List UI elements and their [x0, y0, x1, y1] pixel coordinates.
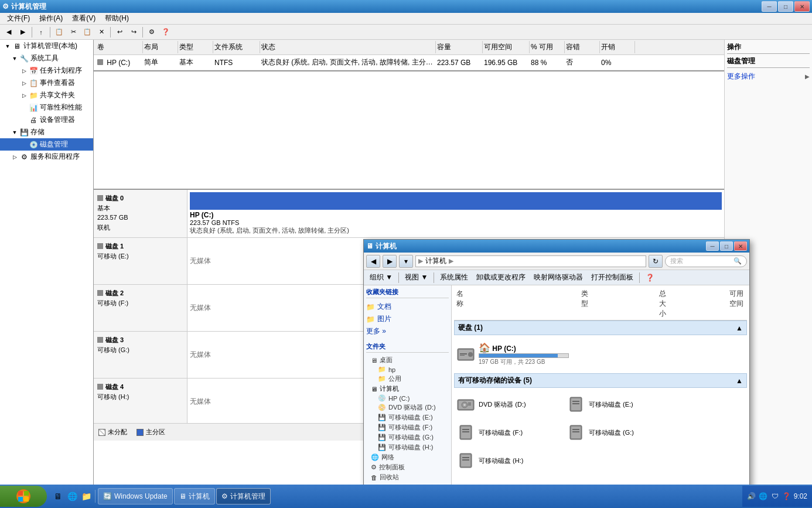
tb-redo[interactable]: ↪ [127, 26, 140, 38]
exp-folder-f[interactable]: 💾 可移动磁盘 (F:) [366, 422, 449, 432]
tray-network[interactable]: 🌐 [759, 492, 768, 501]
exp-folder-desktop[interactable]: 🖥 桌面 [366, 355, 449, 365]
tree-task-scheduler[interactable]: ▷ 📅 任务计划程序 [0, 64, 93, 77]
tray-volume[interactable]: 🔊 [747, 492, 756, 501]
tree-event-viewer[interactable]: ▷ 📋 事件查看器 [0, 77, 93, 89]
exp-hd-collapse[interactable]: ▲ [736, 324, 743, 332]
explorer-maximize-btn[interactable]: □ [720, 241, 733, 251]
exp-folder-e[interactable]: 💾 可移动磁盘 (E:) [366, 412, 449, 422]
table-row[interactable]: HP (C:) 简单 基本 NTFS 状态良好 (系统, 启动, 页面文件, 活… [94, 55, 724, 70]
exp-folder-h[interactable]: 💾 可移动磁盘 (H:) [366, 442, 449, 452]
tb-btn1[interactable]: 📋 [53, 26, 66, 38]
svg-rect-17 [462, 429, 469, 430]
disk-1-label: 磁盘 1 可移动 (E:) [94, 238, 187, 284]
col-vol[interactable]: 卷 [96, 41, 143, 53]
exp-rm-g-name: 可移动磁盘 (G:) [589, 428, 634, 437]
exp-refresh-btn[interactable]: ↻ [649, 255, 663, 268]
tb-undo[interactable]: ↩ [113, 26, 126, 38]
exp-folder-dvd[interactable]: 📀 DVD 驱动器 (D:) [366, 403, 449, 412]
exp-folder-hp[interactable]: 📁 hp [366, 365, 449, 374]
exp-folder-control[interactable]: ⚙ 控制面板 [366, 462, 449, 472]
exp-back-btn[interactable]: ◀ [366, 255, 380, 268]
exp-rm-collapse[interactable]: ▲ [736, 377, 743, 385]
exp-folder-hpc[interactable]: 💿 HP (C:) [366, 394, 449, 403]
ql-browser[interactable]: 🌐 [66, 490, 79, 503]
tray-question[interactable]: ❓ [782, 492, 791, 501]
tree-shared-folders[interactable]: ▷ 📁 共享文件夹 [0, 89, 93, 101]
exp-rm-h[interactable]: 可移动磁盘 (H:) [454, 449, 559, 472]
exp-rm-f[interactable]: 可移动磁盘 (F:) [454, 421, 559, 444]
taskbar-windows-update[interactable]: 🔄 Windows Update [98, 488, 173, 504]
exp-rm-e[interactable]: 可移动磁盘 (E:) [564, 393, 670, 416]
exp-forward-btn[interactable]: ▶ [383, 255, 397, 268]
col-overhead[interactable]: 开销 [600, 41, 635, 53]
exp-folder-g[interactable]: 💾 可移动磁盘 (G:) [366, 432, 449, 442]
ql-show-desktop[interactable]: 🖥 [52, 490, 64, 503]
start-button[interactable] [0, 486, 47, 507]
menu-action[interactable]: 操作(A) [35, 12, 67, 25]
exp-drive-c[interactable]: 🏠 HP (C:) 197 GB 可用，共 223 GB [454, 340, 571, 369]
exp-folder-network[interactable]: 🌐 网络 [366, 452, 449, 462]
col-free[interactable]: 可用空间 [483, 41, 530, 53]
col-cap[interactable]: 容量 [436, 41, 483, 53]
action-more[interactable]: 更多操作 ▶ [727, 70, 810, 83]
exp-recent-btn[interactable]: ▾ [399, 255, 413, 268]
taskbar-comp-management[interactable]: ⚙ 计算机管理 [216, 488, 271, 504]
col-type[interactable]: 类型 [178, 41, 213, 53]
exp-address-bar[interactable]: ▶ 计算机 ▶ [415, 255, 646, 267]
exp-folder-computer[interactable]: 🖥 计算机 [366, 384, 449, 394]
disk-2-label: 磁盘 2 可移动 (F:) [94, 285, 187, 331]
tree-storage[interactable]: ▼ 💾 存储 [0, 126, 93, 138]
col-layout[interactable]: 布局 [143, 41, 178, 53]
tb-forward[interactable]: ▶ [16, 26, 29, 38]
tb-help[interactable]: ❓ [159, 26, 172, 38]
exp-tb-organize[interactable]: 组织 ▼ [366, 271, 396, 284]
tree-root[interactable]: ▼ 🖥 计算机管理(本地) [0, 40, 93, 52]
tree-rel-label: 可靠性和性能 [40, 103, 82, 112]
task-icon: 📅 [29, 67, 38, 75]
exp-fav-docs[interactable]: 📁 文档 [366, 301, 449, 313]
col-fs[interactable]: 文件系统 [213, 41, 260, 53]
exp-folder-recycle[interactable]: 🗑 回收站 [366, 472, 449, 482]
tb-btn4[interactable]: ✕ [95, 26, 108, 38]
exp-tb-uninstall[interactable]: 卸载或更改程序 [473, 271, 529, 284]
exp-rm-g[interactable]: 可移动磁盘 (G:) [564, 421, 670, 444]
tree-reliability[interactable]: 📊 可靠性和性能 [0, 101, 93, 114]
exp-tb-view[interactable]: 视图 ▼ [401, 271, 431, 284]
exp-tb-sysinfo[interactable]: 系统属性 [436, 271, 472, 284]
tb-btn2[interactable]: ✂ [67, 26, 80, 38]
minimize-button[interactable]: ─ [762, 1, 777, 12]
tb-properties[interactable]: ⚙ [145, 26, 158, 38]
explorer-minimize-btn[interactable]: ─ [706, 241, 719, 251]
tree-system-tools[interactable]: ▼ 🔧 系统工具 [0, 52, 93, 64]
ql-folder[interactable]: 📁 [80, 490, 93, 503]
tree-services[interactable]: ▷ ⚙ 服务和应用程序 [0, 151, 93, 163]
menu-view[interactable]: 查看(V) [67, 12, 100, 25]
menu-file[interactable]: 文件(F) [2, 12, 35, 25]
exp-rm-h-icon [456, 451, 475, 470]
tb-up[interactable]: ↑ [35, 26, 47, 38]
exp-tb-map-drive[interactable]: 映射网络驱动器 [530, 271, 586, 284]
exp-tb-control-panel[interactable]: 打开控制面板 [588, 271, 637, 284]
col-fault[interactable]: 容错 [565, 41, 600, 53]
exp-tb-help[interactable]: ❓ [642, 272, 658, 283]
exp-rm-dvd[interactable]: DVD 驱动器 (D:) [454, 393, 559, 416]
tree-device-manager[interactable]: 🖨 设备管理器 [0, 114, 93, 126]
close-button[interactable]: ✕ [794, 1, 810, 12]
exp-search-box[interactable]: 搜索 🔍 [665, 255, 747, 267]
taskbar-computer[interactable]: 🖥 计算机 [174, 488, 215, 504]
tree-disk-management[interactable]: 💿 磁盘管理 [0, 138, 93, 151]
menu-help[interactable]: 帮助(H) [100, 12, 134, 25]
maximize-button[interactable]: □ [778, 1, 793, 12]
tb-btn3[interactable]: 📋 [81, 26, 94, 38]
mgmt-label: 计算机管理 [230, 492, 265, 502]
col-pct[interactable]: % 可用 [530, 41, 565, 53]
exp-fav-more[interactable]: 更多 » [366, 325, 449, 337]
col-status[interactable]: 状态 [260, 41, 436, 53]
exp-folder-public[interactable]: 📁 公用 [366, 374, 449, 384]
tb-back[interactable]: ◀ [2, 26, 15, 38]
explorer-close-btn[interactable]: ✕ [734, 241, 747, 251]
cell-pct: 88 % [530, 57, 565, 68]
exp-fav-pics[interactable]: 📁 图片 [366, 313, 449, 325]
tray-security[interactable]: 🛡 [770, 492, 780, 501]
